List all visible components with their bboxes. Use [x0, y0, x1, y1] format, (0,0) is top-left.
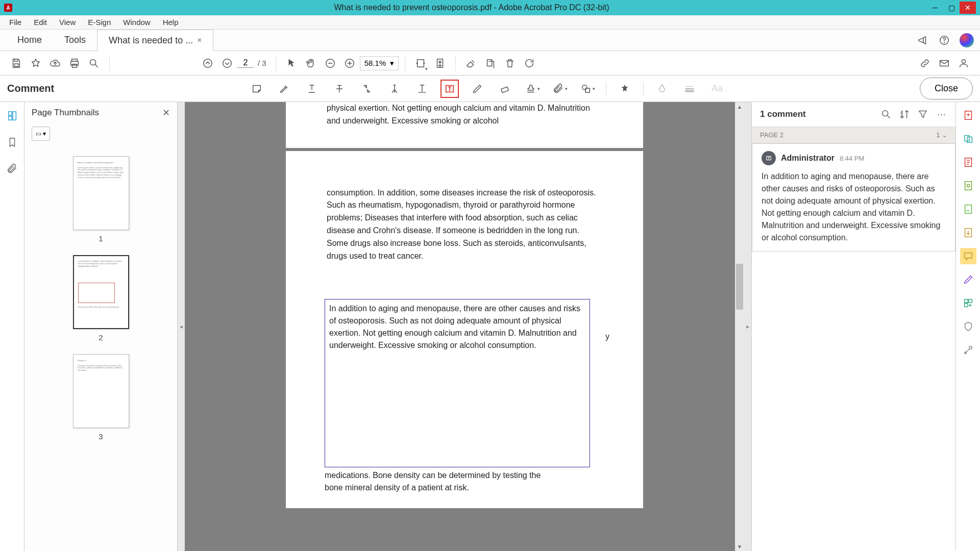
selection-arrow-icon[interactable]: [282, 54, 301, 72]
comment-tool-icon[interactable]: [960, 248, 976, 264]
help-icon[interactable]: [938, 34, 950, 46]
scroll-down-arrow-icon[interactable]: ▼: [735, 542, 744, 551]
delete-icon[interactable]: [501, 54, 519, 72]
underline-text-icon[interactable]: [303, 80, 321, 98]
collapse-right-panel-handle[interactable]: ▸: [744, 102, 751, 551]
zoom-dropdown[interactable]: 58.1% ▾: [360, 56, 399, 70]
svg-rect-2: [14, 63, 18, 66]
maximize-button[interactable]: ▢: [943, 2, 960, 14]
menu-edit[interactable]: Edit: [29, 16, 52, 29]
share-people-icon[interactable]: [954, 54, 973, 72]
drawing-shapes-icon[interactable]: ▾: [578, 80, 597, 98]
replace-text-icon[interactable]: [358, 80, 376, 98]
thumbnail-2-number: 2: [99, 333, 103, 342]
vertical-scrollbar[interactable]: ▲ ▼: [735, 102, 744, 551]
attachments-nav-icon[interactable]: [6, 162, 19, 176]
sort-comments-icon[interactable]: AZ: [898, 108, 911, 120]
eraser-icon[interactable]: [462, 54, 480, 72]
hand-pan-icon[interactable]: [302, 54, 320, 72]
chevron-down-icon: ⌄: [942, 131, 947, 139]
more-tools-icon[interactable]: [960, 342, 976, 358]
scroll-up-arrow-icon[interactable]: ▲: [735, 102, 744, 111]
page-2-canvas[interactable]: consumption. In addition, some diseases …: [286, 151, 643, 508]
minimize-button[interactable]: ─: [927, 2, 943, 14]
tab-tools[interactable]: Tools: [53, 30, 97, 51]
comment-item[interactable]: Administrator 8:44 PM In addition to agi…: [752, 143, 955, 252]
create-pdf-tool-icon[interactable]: [960, 107, 976, 123]
account-avatar[interactable]: [960, 33, 974, 47]
svg-text:Z: Z: [900, 114, 903, 118]
share-link-icon[interactable]: [916, 54, 934, 72]
email-icon[interactable]: [935, 54, 953, 72]
erase-drawing-icon[interactable]: [496, 80, 514, 98]
thumbnails-nav-icon[interactable]: [6, 109, 19, 122]
page-number-input[interactable]: [237, 58, 254, 68]
page-up-icon[interactable]: [199, 54, 217, 72]
tab-document[interactable]: What is needed to ... ×: [97, 30, 213, 51]
save-icon[interactable]: [7, 54, 26, 72]
rotate-icon[interactable]: [520, 54, 538, 72]
protect-tool-icon[interactable]: [960, 318, 976, 335]
menu-help[interactable]: Help: [158, 16, 184, 29]
close-window-button[interactable]: ✕: [960, 2, 976, 14]
zoom-in-icon[interactable]: [340, 54, 359, 72]
attach-file-icon[interactable]: ▾: [551, 80, 569, 98]
bookmark-nav-icon[interactable]: [6, 136, 19, 149]
comments-count-label: 1 comment: [760, 109, 874, 119]
search-comments-icon[interactable]: [880, 108, 892, 120]
star-icon[interactable]: [27, 54, 45, 72]
text-box-annotation[interactable]: In addition to aging and menopause, ther…: [325, 299, 590, 467]
fill-sign-tool-icon[interactable]: [960, 201, 976, 217]
thumbnail-page-2[interactable]: consumption in addition some diseases in…: [73, 255, 129, 342]
insert-text-caret-icon[interactable]: [385, 80, 404, 98]
menu-esign[interactable]: E-Sign: [83, 16, 116, 29]
thumbnails-close-icon[interactable]: ✕: [162, 107, 170, 118]
document-area[interactable]: physical exertion. Not getting enough ca…: [185, 102, 744, 551]
scrollbar-thumb[interactable]: [736, 264, 743, 310]
zoom-out-icon[interactable]: [321, 54, 339, 72]
comments-page-count: 1: [936, 131, 940, 139]
megaphone-icon[interactable]: [917, 34, 929, 46]
close-comment-button[interactable]: Close: [920, 78, 973, 99]
print-icon[interactable]: [65, 54, 84, 72]
thumbnail-page-3[interactable]: Chapter 3Continue text about osteoporosi…: [73, 354, 129, 441]
thumbnail-page-1[interactable]: What is needed to prevent osteoporosisLo…: [73, 156, 129, 243]
request-signatures-tool-icon[interactable]: [960, 178, 976, 194]
text-box-icon[interactable]: [440, 80, 459, 98]
highlight-icon[interactable]: [275, 80, 293, 98]
keep-tool-selected-icon[interactable]: [616, 80, 634, 98]
filter-comments-icon[interactable]: [917, 108, 929, 120]
page-scroll-icon[interactable]: [431, 54, 449, 72]
stamp-icon[interactable]: ▾: [523, 80, 542, 98]
page-down-icon[interactable]: [218, 54, 236, 72]
menu-file[interactable]: File: [4, 16, 27, 29]
tab-document-close-icon[interactable]: ×: [197, 36, 202, 45]
window-title: What is needed to prevent osteoporosis.p…: [16, 3, 927, 12]
strikethrough-icon[interactable]: [330, 80, 349, 98]
scan-ocr-tool-icon[interactable]: [960, 271, 976, 288]
collapse-left-panel-handle[interactable]: ◂: [178, 102, 185, 551]
tab-home[interactable]: Home: [6, 30, 53, 51]
chevron-down-icon: ▾: [390, 59, 394, 68]
menu-view[interactable]: View: [54, 16, 81, 29]
pencil-draw-icon[interactable]: [468, 80, 486, 98]
comments-page-divider[interactable]: PAGE 2 1 ⌄: [752, 127, 955, 143]
sticky-note-icon[interactable]: [248, 80, 266, 98]
color-picker-icon[interactable]: [653, 80, 671, 98]
export-pdf-tool-icon[interactable]: [960, 224, 976, 241]
line-thickness-icon[interactable]: [680, 80, 699, 98]
edit-pdf-tool-icon[interactable]: [960, 154, 976, 170]
comments-options-icon[interactable]: ⋯: [935, 108, 947, 120]
text-properties-icon[interactable]: Aa: [708, 80, 726, 98]
svg-rect-13: [487, 59, 492, 66]
thumbnails-options-button[interactable]: ▭▾: [32, 127, 50, 141]
cloud-upload-icon[interactable]: [46, 54, 64, 72]
combine-files-tool-icon[interactable]: [960, 131, 976, 147]
crop-pages-icon[interactable]: [481, 54, 500, 72]
svg-rect-17: [501, 87, 509, 92]
menu-window[interactable]: Window: [118, 16, 155, 29]
organize-pages-tool-icon[interactable]: [960, 295, 976, 311]
add-text-comment-icon[interactable]: [413, 80, 431, 98]
search-icon[interactable]: [85, 54, 103, 72]
fit-width-icon[interactable]: ▾: [411, 54, 430, 72]
